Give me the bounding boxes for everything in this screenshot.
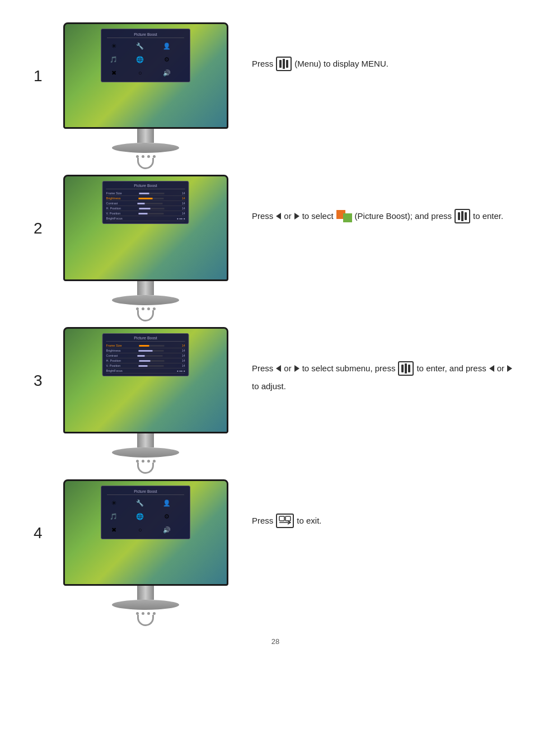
step-2-to-select: to select: [302, 208, 334, 223]
osd-icon-18: 🔊: [160, 524, 174, 535]
stand-base-3: [112, 447, 179, 458]
step-1-press-label: Press: [252, 56, 273, 71]
osd-bar-9: [139, 360, 164, 362]
step-2-press: Press: [252, 208, 273, 223]
osd-item-framesize: Frame Size 14: [106, 191, 185, 196]
osd-bar-6: [139, 345, 165, 347]
step-4-monitor: Picture Boost ✳ 🔧 👤 🎵 🌐 ⚙ ✖ ○ 🔊: [56, 479, 235, 626]
stand-neck-4: [137, 586, 154, 600]
osd-icons-grid: ✳ 🔧 👤 🎵 🌐 ⚙ ✖ ○ 🔊: [107, 40, 184, 78]
osd-icon-16: ✖: [107, 524, 120, 535]
pb-green: [343, 213, 352, 222]
osd-item-brightness: Brightness 14: [106, 196, 185, 201]
osd-bar-3: [137, 203, 162, 204]
bar-5: [461, 211, 463, 221]
osd-icon-17: ○: [133, 524, 147, 535]
stand-hook-4: [137, 615, 154, 626]
monitor-bottom-4: AOC: [65, 584, 228, 586]
step-3-desc-block: Press or to select submenu, press to ent…: [252, 361, 517, 394]
page-number: 28: [271, 637, 279, 646]
osd-icon-1: ✳: [107, 40, 120, 52]
bar-9: [408, 365, 410, 372]
osd-bar-1: [139, 193, 165, 194]
step-2-number: 2: [34, 220, 56, 237]
stand-hook-2: [137, 310, 154, 321]
osd-icon-13: 🎵: [107, 511, 120, 522]
osd-icon-8: ○: [133, 67, 147, 78]
stand-base-4: [112, 600, 179, 610]
step-3-monitor: Picture Boost Frame Size 14 Brightness 1…: [56, 327, 235, 474]
menu-button-icon-3: [398, 361, 414, 376]
osd-bar-10: [139, 365, 164, 367]
osd-icon-6: ⚙: [160, 54, 174, 65]
step-3-description: Press or to select submenu, press to ent…: [235, 327, 517, 394]
osd-item-vpos: V. Position 14: [106, 211, 185, 216]
svg-rect-0: [279, 516, 284, 521]
step-1-desc-text: (Menu) to display MENU.: [294, 56, 388, 71]
step-1-desc-block: Press (Menu) to display MENU.: [252, 56, 517, 71]
left-chevron-3a: [276, 365, 281, 372]
stand-neck-1: [137, 129, 154, 143]
step-4-row: 4 Picture Boost ✳ 🔧 👤 🎵 🌐: [34, 479, 517, 626]
osd-icon-11: 🔧: [133, 497, 147, 508]
osd-item-vpos-3: V. Position 14: [106, 363, 185, 368]
left-chevron-2a: [276, 213, 281, 220]
osd-icons-grid-4: ✳ 🔧 👤 🎵 🌐 ⚙ ✖ ○ 🔊: [107, 497, 184, 535]
osd-bar-5: [139, 213, 164, 214]
monitor-frame-3: Picture Boost Frame Size 14 Brightness 1…: [63, 327, 228, 433]
bar-4: [458, 212, 460, 220]
stand-base-2: [112, 295, 179, 305]
osd-menu-3: Picture Boost Frame Size 14 Brightness 1…: [102, 333, 189, 376]
step-2-or: or: [284, 208, 291, 223]
step-3-or-1: or: [284, 361, 291, 376]
menu-button-icon-2: [455, 209, 470, 223]
bar-2: [283, 59, 285, 69]
step-3-number: 3: [34, 372, 56, 390]
osd-icon-9: 🔊: [160, 67, 174, 78]
stand-hook-1: [137, 158, 154, 169]
step-2-picture: (Picture Boost); and press: [355, 208, 452, 223]
step-3-press: Press: [252, 361, 273, 376]
monitor-frame-4: Picture Boost ✳ 🔧 👤 🎵 🌐 ⚙ ✖ ○ 🔊: [63, 479, 228, 586]
step-2-description: Press or to select (Picture Boost); and …: [235, 175, 517, 223]
monitor-wrapper-4: Picture Boost ✳ 🔧 👤 🎵 🌐 ⚙ ✖ ○ 🔊: [62, 479, 229, 626]
bar-1: [279, 60, 282, 68]
osd-title-4: Picture Boost: [107, 489, 184, 495]
bar-7: [401, 365, 404, 372]
osd-bar-2: [139, 198, 164, 199]
bar-8: [405, 363, 407, 374]
left-chevron-3b: [489, 365, 494, 372]
step-1-description: Press (Menu) to display MENU.: [235, 22, 517, 71]
monitor-bottom-3: AOC: [65, 432, 228, 433]
step-2-to-enter: to enter.: [473, 208, 503, 223]
osd-item-contrast-3: Contrast 14: [106, 353, 185, 358]
osd-menu-2: Picture Boost Frame Size 14 Brightness 1…: [102, 181, 189, 224]
osd-icon-3: 👤: [160, 40, 174, 52]
monitor-screen-3: Picture Boost Frame Size 14 Brightness 1…: [65, 329, 227, 432]
osd-icon-5: 🌐: [133, 54, 147, 65]
step-3-select-sub: to select submenu, press: [302, 361, 396, 376]
stand-base-1: [112, 143, 179, 153]
stand-neck-3: [137, 433, 154, 447]
osd-item-brightfocus-3: BrightFocus ● ●● ●: [106, 368, 185, 374]
step-3-to-enter: to enter, and press: [416, 361, 486, 376]
monitor-screen-4: Picture Boost ✳ 🔧 👤 🎵 🌐 ⚙ ✖ ○ 🔊: [65, 481, 227, 584]
step-2-row: 2 Picture Boost Frame Size 14: [34, 175, 517, 321]
monitor-frame-2: Picture Boost Frame Size 14 Brightness 1…: [63, 175, 228, 281]
bar-6: [465, 212, 467, 220]
step-1-monitor: Picture Boost ✳ 🔧 👤 🎵 🌐 ⚙ ✖ ○ 🔊: [56, 22, 235, 169]
monitor-screen-2: Picture Boost Frame Size 14 Brightness 1…: [65, 176, 227, 279]
right-chevron-3b: [507, 365, 512, 372]
page-footer: 28: [34, 637, 517, 657]
bar-3: [286, 60, 288, 68]
osd-item-hpos: H. Position 14: [106, 206, 185, 211]
osd-icon-15: ⚙: [160, 511, 174, 522]
monitor-frame-1: Picture Boost ✳ 🔧 👤 🎵 🌐 ⚙ ✖ ○ 🔊: [63, 22, 228, 129]
osd-item-brightness-3: Brightness 14: [106, 348, 185, 353]
stand-hook-3: [137, 463, 154, 474]
step-3-or-2: or: [497, 361, 504, 376]
osd-item-hpos-3: H. Position 14: [106, 358, 185, 363]
exit-svg: [279, 516, 291, 526]
exit-button-icon: [276, 514, 294, 528]
osd-title-2: Picture Boost: [106, 184, 185, 189]
